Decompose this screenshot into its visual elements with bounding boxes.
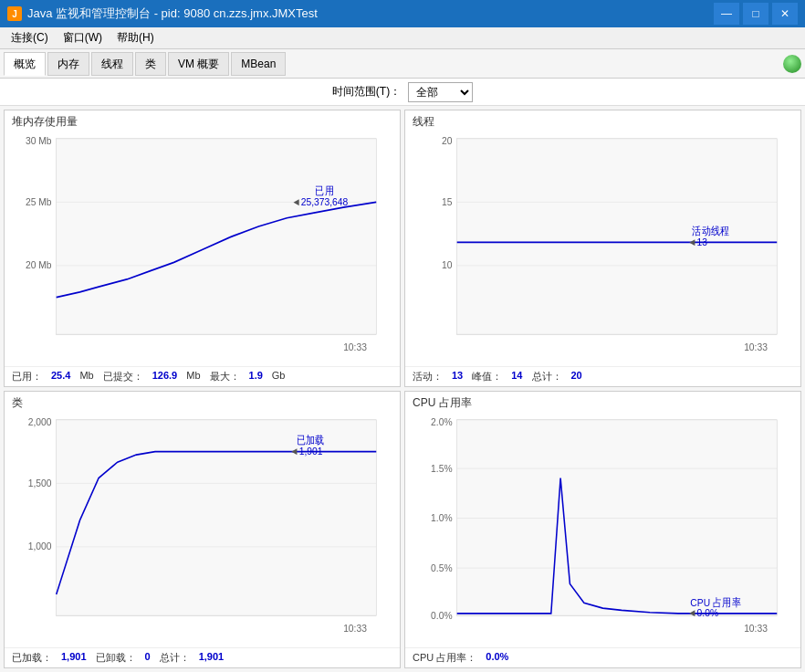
svg-text:0.5%: 0.5% (431, 562, 453, 573)
svg-text:1,000: 1,000 (28, 541, 52, 552)
svg-text:10:33: 10:33 (343, 622, 367, 634)
heap-chart-svg: 30 Mb 25 Mb 20 Mb 10:33 已用 ◄ 25,373,648 (5, 133, 400, 366)
threads-total-value: 20 (571, 370, 582, 383)
heap-used-value: 25.4 (51, 370, 70, 383)
svg-text:1,500: 1,500 (28, 477, 52, 488)
classes-title: 类 (5, 392, 400, 415)
heap-committed-label: 已提交： (103, 370, 143, 383)
classes-panel: 类 2,000 1,500 1,000 10:33 已加载 ◄ 1,901 (4, 391, 401, 668)
cpu-panel: CPU 占用率 2.0% 1.5% 1.0% 0.5% 0.0% 10:33 (404, 391, 801, 668)
svg-text:10:33: 10:33 (744, 341, 768, 352)
svg-text:2,000: 2,000 (28, 415, 52, 427)
menu-help[interactable]: 帮助(H) (110, 28, 162, 47)
classes-total-value: 1,901 (199, 651, 225, 665)
cpu-title: CPU 占用率 (405, 392, 800, 415)
svg-rect-36 (457, 420, 778, 615)
app-icon: J (7, 6, 22, 21)
menu-connect[interactable]: 连接(C) (4, 28, 56, 47)
time-range-label: 时间范围(T)： (332, 84, 401, 100)
cpu-footer: CPU 占用率： 0.0% (405, 647, 800, 667)
svg-text:1.0%: 1.0% (431, 512, 453, 524)
menu-bar: 连接(C) 窗口(W) 帮助(H) (0, 27, 805, 49)
threads-total-label: 总计： (532, 370, 562, 383)
toolbar: 概览 内存 线程 类 VM 概要 MBean (0, 49, 805, 79)
cpu-chart-area: 2.0% 1.5% 1.0% 0.5% 0.0% 10:33 CPU 占用率 ◄… (405, 415, 800, 647)
heap-footer: 已用： 25.4 Mb 已提交： 126.9 Mb 最大： 1.9 Gb (5, 366, 400, 386)
tab-classes[interactable]: 类 (135, 52, 166, 76)
classes-footer: 已加载： 1,901 已卸载： 0 总计： 1,901 (5, 647, 400, 667)
svg-rect-24 (57, 420, 377, 615)
svg-text:20 Mb: 20 Mb (26, 259, 52, 271)
heap-memory-panel: 堆内存使用量 30 Mb 25 Mb 20 Mb 10:33 已用 (4, 110, 401, 387)
threads-chart-area: 20 15 10 10:33 活动线程 ◄ 13 (405, 133, 800, 366)
threads-footer: 活动： 13 峰值： 14 总计： 20 (405, 366, 800, 386)
heap-used-unit: Mb (79, 370, 93, 383)
heap-committed-value: 126.9 (152, 370, 178, 383)
svg-rect-0 (57, 139, 377, 334)
classes-unloaded-value: 0 (145, 651, 151, 665)
threads-title: 线程 (405, 110, 800, 133)
svg-text:◄: ◄ (291, 195, 300, 207)
minimize-button[interactable]: — (714, 3, 739, 25)
heap-max-value: 1.9 (249, 370, 263, 383)
svg-text:◄: ◄ (687, 607, 696, 619)
classes-chart-svg: 2,000 1,500 1,000 10:33 已加载 ◄ 1,901 (5, 415, 400, 647)
title-bar: J Java 监视和管理控制台 - pid: 9080 cn.zzs.jmx.J… (0, 0, 805, 27)
svg-text:2.0%: 2.0% (431, 415, 453, 427)
connection-status-icon (783, 55, 801, 73)
svg-text:10:33: 10:33 (744, 622, 768, 634)
cpu-chart-svg: 2.0% 1.5% 1.0% 0.5% 0.0% 10:33 CPU 占用率 ◄… (405, 415, 800, 647)
tab-overview[interactable]: 概览 (4, 52, 46, 76)
tab-vm-summary[interactable]: VM 概要 (168, 52, 229, 76)
classes-loaded-label: 已加载： (12, 651, 52, 665)
threads-active-label: 活动： (413, 370, 443, 383)
title-bar-left: J Java 监视和管理控制台 - pid: 9080 cn.zzs.jmx.J… (7, 5, 318, 22)
svg-text:◄: ◄ (289, 445, 298, 457)
window-controls: — □ ✕ (714, 3, 798, 25)
svg-text:1.5%: 1.5% (431, 462, 453, 474)
svg-text:25 Mb: 25 Mb (26, 195, 52, 207)
heap-used-label: 已用： (12, 370, 42, 383)
time-range-select[interactable]: 全部 1 分钟 5 分钟 10 分钟 1 小时 (408, 82, 473, 102)
svg-text:0.0%: 0.0% (431, 609, 453, 621)
maximize-button[interactable]: □ (743, 3, 768, 25)
threads-panel: 线程 20 15 10 10:33 活动线程 ◄ 13 活动： (404, 110, 801, 387)
svg-text:15: 15 (442, 195, 452, 207)
svg-text:25,373,648: 25,373,648 (301, 195, 349, 207)
threads-active-value: 13 (452, 370, 463, 383)
classes-loaded-value: 1,901 (61, 651, 87, 665)
cpu-usage-value: 0.0% (486, 651, 508, 665)
threads-peak-value: 14 (511, 370, 522, 383)
time-range-bar: 时间范围(T)： 全部 1 分钟 5 分钟 10 分钟 1 小时 (0, 79, 805, 106)
menu-window[interactable]: 窗口(W) (56, 28, 110, 47)
classes-chart-area: 2,000 1,500 1,000 10:33 已加载 ◄ 1,901 (5, 415, 400, 647)
svg-text:◄: ◄ (687, 236, 696, 247)
svg-text:10:33: 10:33 (343, 341, 367, 352)
threads-chart-svg: 20 15 10 10:33 活动线程 ◄ 13 (405, 133, 800, 366)
svg-text:20: 20 (442, 134, 452, 146)
classes-unloaded-label: 已卸载： (96, 651, 136, 665)
heap-max-unit: Gb (272, 370, 286, 383)
svg-text:30 Mb: 30 Mb (26, 134, 52, 146)
svg-text:0.0%: 0.0% (697, 607, 719, 619)
tab-threads[interactable]: 线程 (91, 52, 133, 76)
heap-chart-area: 30 Mb 25 Mb 20 Mb 10:33 已用 ◄ 25,373,648 (5, 133, 400, 366)
tab-memory[interactable]: 内存 (47, 52, 89, 76)
cpu-usage-label: CPU 占用率： (413, 651, 476, 665)
heap-committed-unit: Mb (186, 370, 200, 383)
heap-title: 堆内存使用量 (5, 110, 400, 133)
tab-mbean[interactable]: MBean (231, 52, 286, 76)
svg-text:13: 13 (697, 236, 707, 247)
window-title: Java 监视和管理控制台 - pid: 9080 cn.zzs.jmx.JMX… (27, 5, 318, 22)
close-button[interactable]: ✕ (772, 3, 798, 25)
main-content: 堆内存使用量 30 Mb 25 Mb 20 Mb 10:33 已用 (0, 106, 805, 672)
svg-text:1,901: 1,901 (299, 445, 323, 457)
classes-total-label: 总计： (160, 651, 190, 665)
svg-text:10: 10 (442, 259, 452, 271)
heap-max-label: 最大： (210, 370, 240, 383)
toolbar-right (783, 55, 801, 73)
threads-peak-label: 峰值： (472, 370, 502, 383)
